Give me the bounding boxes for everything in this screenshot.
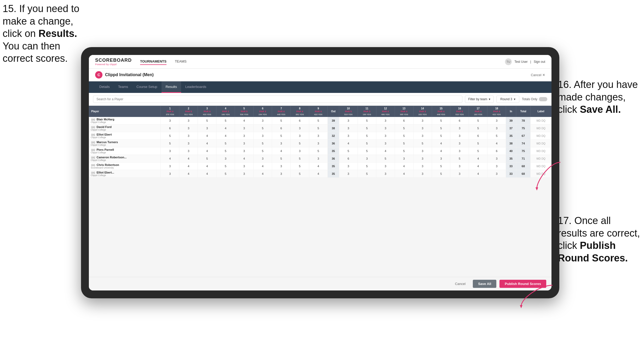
filter-by-team-button[interactable]: Filter by team ▾ [465,96,494,103]
score-h4[interactable]: 5 [216,147,235,155]
score-h11[interactable]: 5 [358,140,376,147]
publish-round-scores-button[interactable]: Publish Round Scores [499,280,546,288]
score-h5[interactable]: 3 [235,163,254,170]
score-h15[interactable]: 5 [432,125,450,132]
score-h9[interactable]: 3 [309,132,327,140]
tab-course-setup[interactable]: Course Setup [132,81,162,93]
score-h2[interactable]: 3 [179,125,198,132]
save-all-button[interactable]: Save All [473,280,496,288]
score-h12[interactable]: 3 [376,140,395,147]
score-h18[interactable]: 5 [487,132,506,140]
score-h8[interactable]: 5 [290,163,309,170]
score-h10[interactable]: 3 [339,125,358,132]
score-h6[interactable]: 4 [254,163,272,170]
wd-button[interactable]: WD [536,150,541,153]
score-h17[interactable]: 6 [469,132,487,140]
score-h7[interactable]: 3 [272,163,290,170]
score-h1[interactable]: 3 [161,117,179,125]
score-h6[interactable]: 5 [254,140,272,147]
wd-button[interactable]: WD [536,165,541,168]
tab-leaderboards[interactable]: Leaderboards [181,81,210,93]
score-h7[interactable]: 6 [272,125,290,132]
score-h11[interactable]: 5 [358,132,376,140]
score-h6[interactable]: 3 [254,132,272,140]
score-h11[interactable]: 3 [358,155,376,163]
score-h9[interactable]: 3 [309,155,327,163]
score-h16[interactable]: 5 [450,155,469,163]
score-h11[interactable]: 5 [358,125,376,132]
score-h13[interactable]: 5 [395,132,413,140]
score-h1[interactable]: 3 [161,170,179,178]
nav-tournaments[interactable]: TOURNAMENTS [140,58,166,65]
score-h9[interactable]: 3 [309,140,327,147]
score-h2[interactable]: 3 [179,140,198,147]
score-h10[interactable]: 3 [339,132,358,140]
score-h1[interactable]: 6 [161,125,179,132]
score-h4[interactable]: 4 [216,132,235,140]
score-h16[interactable]: 3 [450,140,469,147]
score-h4[interactable]: 5 [216,117,235,125]
score-h1[interactable]: 5 [161,132,179,140]
score-h6[interactable]: 3 [254,117,272,125]
score-h16[interactable]: 3 [450,132,469,140]
score-h18[interactable]: 4 [487,140,506,147]
score-h2[interactable]: 3 [179,132,198,140]
dq-button[interactable]: DQ [542,135,545,137]
score-h5[interactable]: 3 [235,140,254,147]
score-h4[interactable]: 3 [216,155,235,163]
score-h5[interactable]: 3 [235,170,254,178]
score-h10[interactable]: 5 [339,147,358,155]
score-h15[interactable]: 4 [432,147,450,155]
score-h3[interactable]: 4 [198,170,216,178]
round-selector-button[interactable]: Round 3 ▾ [496,96,519,103]
score-h15[interactable]: 5 [432,163,450,170]
score-h13[interactable]: 3 [395,155,413,163]
search-input[interactable] [93,96,462,103]
dq-button[interactable]: DQ [542,119,545,122]
score-h17[interactable]: 5 [469,125,487,132]
dq-button[interactable]: DQ [542,172,545,175]
dq-button[interactable]: DQ [542,165,545,168]
score-h8[interactable]: 6 [290,117,309,125]
score-h6[interactable]: 5 [254,147,272,155]
wd-button[interactable]: WD [536,119,541,122]
score-h17[interactable]: 4 [469,163,487,170]
wd-button[interactable]: WD [536,172,541,175]
score-h5[interactable]: 4 [235,155,254,163]
score-h6[interactable]: 4 [254,170,272,178]
score-h16[interactable]: 3 [450,147,469,155]
score-h15[interactable]: 5 [432,117,450,125]
score-h7[interactable]: 5 [272,132,290,140]
score-h14[interactable]: 3 [413,132,432,140]
score-h8[interactable]: 3 [290,147,309,155]
score-h9[interactable]: 4 [309,163,327,170]
score-h13[interactable]: 5 [395,125,413,132]
score-h11[interactable]: 5 [358,163,376,170]
score-h11[interactable]: 5 [358,117,376,125]
score-h18[interactable]: 3 [487,125,506,132]
score-h13[interactable]: 5 [395,147,413,155]
score-h9[interactable]: 5 [309,147,327,155]
score-h1[interactable]: 3 [161,147,179,155]
dq-button[interactable]: DQ [542,157,545,160]
score-h12[interactable]: 3 [376,125,395,132]
score-h16[interactable]: 3 [450,125,469,132]
score-h15[interactable]: 3 [432,155,450,163]
score-h18[interactable]: 3 [487,163,506,170]
score-h17[interactable]: 5 [469,140,487,147]
score-h6[interactable]: 5 [254,125,272,132]
score-h6[interactable]: 3 [254,155,272,163]
score-h7[interactable]: 3 [272,170,290,178]
score-h4[interactable]: 5 [216,163,235,170]
score-h17[interactable]: 5 [469,117,487,125]
score-h2[interactable]: 3 [179,147,198,155]
score-h16[interactable]: 6 [450,117,469,125]
score-h13[interactable]: 6 [395,117,413,125]
score-h5[interactable]: 3 [235,132,254,140]
cancel-tournament-button[interactable]: Cancel ✕ [531,73,545,77]
nav-teams[interactable]: TEAMS [175,58,187,65]
toggle-switch[interactable] [539,97,547,101]
score-h17[interactable]: 5 [469,147,487,155]
score-h2[interactable]: 4 [179,170,198,178]
score-h1[interactable]: 4 [161,155,179,163]
